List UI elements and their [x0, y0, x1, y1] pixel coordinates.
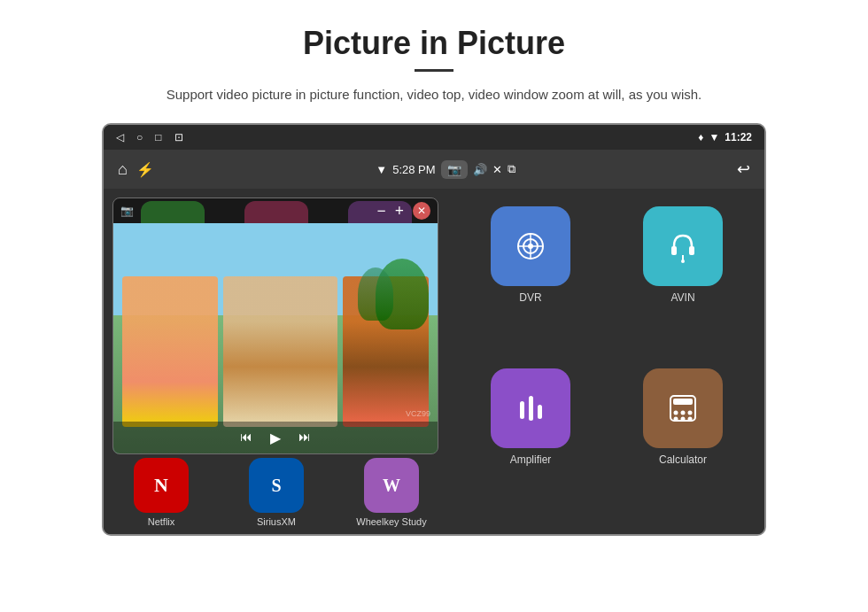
wifi-status-icon: ▼ — [376, 163, 387, 176]
calculator-icon — [643, 368, 723, 448]
time-display: 5:28 PM — [392, 163, 435, 176]
netflix-icon: N — [134, 458, 189, 513]
pip-plus-button[interactable]: + — [395, 202, 404, 221]
svg-rect-9 — [520, 401, 524, 419]
nav-icons: ◁ ○ □ ⊡ — [116, 131, 183, 143]
app-item-netflix[interactable]: N Netflix — [124, 458, 199, 527]
right-app-grid: DVR AVIN — [449, 189, 764, 534]
home-nav-icon[interactable]: ○ — [136, 131, 143, 143]
prev-button[interactable]: ⏮ — [240, 430, 252, 445]
bottom-app-row: N Netflix S SiriusXM W Whee — [104, 463, 449, 534]
camera-button[interactable]: 📷 — [441, 160, 468, 179]
app-item-dvr[interactable]: DVR — [461, 206, 600, 354]
wheelkey-label: Wheelkey Study — [356, 516, 426, 527]
wheelkey-icon: W — [364, 458, 419, 513]
amplifier-label: Amplifier — [510, 453, 552, 466]
pip-topbar: 📷 − + ✕ — [113, 198, 438, 223]
avin-icon — [643, 206, 723, 286]
svg-rect-5 — [671, 246, 677, 255]
svg-point-15 — [681, 411, 686, 415]
svg-point-8 — [681, 260, 685, 263]
home-icon[interactable]: ⌂ — [118, 160, 128, 179]
status-indicators: ♦ ▼ 11:22 — [698, 131, 752, 143]
page-subtitle: Support video picture in picture functio… — [35, 84, 833, 105]
svg-rect-10 — [529, 396, 533, 421]
recents-nav-icon[interactable]: □ — [155, 131, 161, 143]
app-bar: ⌂ ⚡ ▼ 5:28 PM 📷 🔊 ✕ ⧉ ↩ — [104, 150, 764, 189]
svg-point-18 — [681, 417, 686, 422]
title-divider — [415, 69, 453, 72]
app-bar-right: ↩ — [737, 159, 750, 179]
pip-video-content: VCZ99 — [113, 223, 438, 453]
usb-icon: ⚡ — [136, 161, 154, 178]
location-icon: ♦ — [698, 131, 703, 143]
pip-minus-button[interactable]: − — [376, 202, 385, 221]
wifi-icon: ▼ — [709, 131, 719, 143]
status-time: 11:22 — [725, 131, 752, 143]
main-content: 📷 − + ✕ — [104, 189, 764, 534]
play-button[interactable]: ▶ — [270, 430, 281, 446]
app-item-amplifier[interactable]: Amplifier — [461, 368, 600, 516]
svg-point-14 — [674, 411, 678, 415]
next-button[interactable]: ⏭ — [298, 430, 311, 445]
app-item-avin[interactable]: AVIN — [614, 206, 752, 354]
screenshot-nav-icon[interactable]: ⊡ — [174, 131, 183, 143]
siriusxm-label: SiriusXM — [257, 516, 296, 527]
app-bar-center: ▼ 5:28 PM 📷 🔊 ✕ ⧉ — [376, 160, 515, 179]
back-icon[interactable]: ↩ — [737, 159, 750, 179]
pip-camera-icon: 📷 — [120, 205, 134, 218]
amplifier-icon — [491, 368, 570, 448]
app-item-calculator[interactable]: Calculator — [614, 368, 752, 516]
device-frame: ◁ ○ □ ⊡ ♦ ▼ 11:22 ⌂ ⚡ ▼ 5:28 PM 📷 🔊 — [102, 123, 766, 536]
back-nav-icon[interactable]: ◁ — [116, 131, 124, 143]
pip-icon[interactable]: ⧉ — [508, 162, 515, 176]
svg-point-16 — [688, 411, 693, 415]
avin-label: AVIN — [670, 291, 694, 304]
svg-rect-13 — [673, 399, 693, 405]
svg-point-19 — [688, 417, 693, 422]
svg-point-17 — [674, 417, 678, 422]
app-bar-left: ⌂ ⚡ — [118, 160, 154, 179]
status-bar: ◁ ○ □ ⊡ ♦ ▼ 11:22 — [104, 125, 764, 150]
pip-area: 📷 − + ✕ — [104, 189, 449, 534]
app-item-wheelkey[interactable]: W Wheelkey Study — [354, 458, 430, 527]
page-title: Picture in Picture — [35, 25, 833, 62]
svg-rect-11 — [538, 405, 542, 419]
close-icon[interactable]: ✕ — [492, 163, 502, 176]
volume-icon[interactable]: 🔊 — [473, 163, 487, 176]
netflix-label: Netflix — [148, 516, 175, 527]
svg-rect-6 — [689, 246, 694, 255]
calculator-label: Calculator — [659, 453, 707, 466]
pip-controls: − + ✕ — [376, 202, 430, 221]
pip-close-button[interactable]: ✕ — [413, 202, 430, 220]
dvr-icon — [491, 206, 570, 286]
dvr-label: DVR — [519, 291, 541, 304]
app-item-siriusxm[interactable]: S SiriusXM — [239, 458, 314, 527]
pip-playback-controls: ⏮ ▶ ⏭ — [113, 422, 438, 453]
pip-window[interactable]: 📷 − + ✕ — [112, 198, 438, 454]
siriusxm-icon: S — [249, 458, 304, 513]
